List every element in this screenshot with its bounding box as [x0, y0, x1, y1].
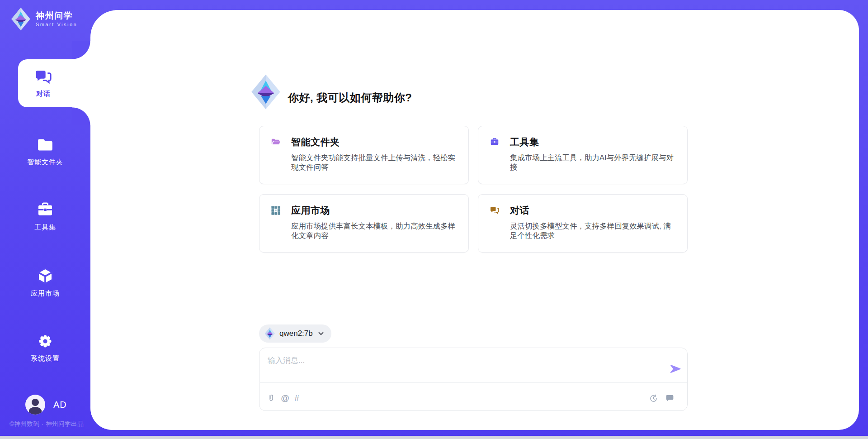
gear-icon [36, 332, 54, 350]
model-name: qwen2:7b [279, 329, 313, 338]
briefcase-icon [490, 137, 500, 147]
grid-icon [271, 205, 281, 215]
sidebar-item-app-market[interactable]: 应用市场 [0, 267, 90, 298]
sidebar-item-toolset[interactable]: 工具集 [0, 201, 90, 232]
app-name: 神州问学 [36, 11, 77, 21]
greeting-diamond-logo-icon [251, 73, 281, 110]
diamond-logo-icon [11, 7, 31, 31]
user-account[interactable]: AD [25, 395, 67, 415]
card-title: 应用市场 [291, 204, 330, 217]
paperclip-icon[interactable] [267, 394, 276, 403]
greeting-title: 你好, 我可以如何帮助你? [288, 91, 412, 105]
card-title: 工具集 [510, 136, 539, 148]
sidebar-item-settings[interactable]: 系统设置 [0, 332, 90, 363]
person-icon [32, 399, 39, 406]
card-title: 对话 [510, 204, 529, 217]
message-input[interactable] [267, 354, 657, 381]
model-diamond-logo-icon [264, 327, 275, 340]
send-icon[interactable] [670, 363, 681, 375]
copyright-text: ©神州数码 · 神州问学出品 [4, 420, 90, 428]
feature-cards: 智能文件夹 智能文件夹功能支持批量文件上传与清洗，轻松实现文件问答 工具集 集成… [259, 126, 688, 253]
sidebar-item-label: 对话 [26, 90, 61, 98]
card-app-market[interactable]: 应用市场 应用市场提供丰富长文本模板，助力高效生成多样化文章内容 [259, 194, 469, 253]
sidebar-item-chat[interactable]: 对话 [18, 59, 90, 107]
at-icon[interactable]: @ [281, 394, 289, 403]
hash-icon[interactable]: # [294, 394, 299, 403]
card-description: 智能文件夹功能支持批量文件上传与清洗，轻松实现文件问答 [291, 153, 458, 172]
avatar [25, 395, 45, 415]
chevron-down-icon [317, 329, 325, 338]
card-description: 灵活切换多模型文件，支持多样回复效果调试, 满足个性化需求 [510, 221, 676, 240]
chat-icon [490, 205, 500, 215]
sidebar-item-smart-folder[interactable]: 智能文件夹 [0, 136, 90, 167]
main-panel: 你好, 我可以如何帮助你? 智能文件夹 智能文件夹功能支持批量文件上传与清洗，轻… [90, 10, 859, 430]
user-name: AD [53, 400, 67, 410]
sidebar-item-label: 智能文件夹 [0, 158, 90, 167]
tab-fillet-top [72, 41, 90, 59]
cube-icon [36, 267, 54, 285]
briefcase-icon [36, 201, 54, 219]
history-icon[interactable] [649, 394, 658, 403]
composer-divider [260, 382, 687, 383]
card-toolset[interactable]: 工具集 集成市场上主流工具，助力AI与外界无缝扩展与对接 [478, 126, 688, 184]
chat-bubble-icon[interactable] [665, 394, 675, 403]
sidebar-item-label: 系统设置 [0, 354, 90, 363]
card-smart-folder[interactable]: 智能文件夹 智能文件夹功能支持批量文件上传与清洗，轻松实现文件问答 [259, 126, 469, 184]
card-description: 集成市场上主流工具，助力AI与外界无缝扩展与对接 [510, 153, 676, 172]
bottom-strip [0, 436, 868, 439]
composer-toolbar: @ # [267, 391, 675, 406]
model-selector[interactable]: qwen2:7b [259, 324, 331, 343]
folder-open-icon [271, 137, 281, 147]
folder-icon [36, 136, 54, 154]
app-subtitle: Smart Vision [36, 22, 77, 27]
sidebar-item-label: 应用市场 [0, 289, 90, 298]
card-chat[interactable]: 对话 灵活切换多模型文件，支持多样回复效果调试, 满足个性化需求 [478, 194, 688, 253]
sidebar-item-label: 工具集 [0, 223, 90, 232]
card-description: 应用市场提供丰富长文本模板，助力高效生成多样化文章内容 [291, 221, 458, 240]
card-title: 智能文件夹 [291, 136, 340, 148]
message-composer: @ # [259, 348, 688, 411]
app-logo: 神州问学 Smart Vision [11, 7, 77, 31]
tab-fillet-bottom [72, 107, 90, 125]
chat-icon [34, 68, 52, 86]
